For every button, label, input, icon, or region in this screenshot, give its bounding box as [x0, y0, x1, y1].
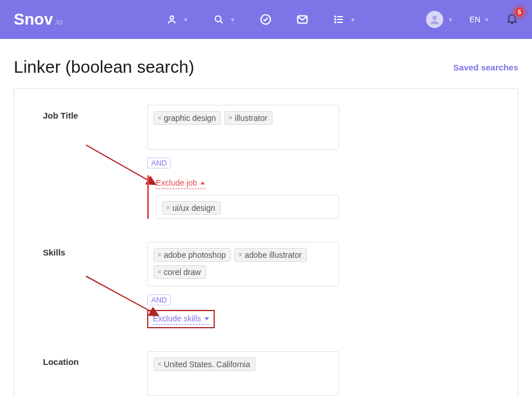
account-menu[interactable]: ▼	[426, 11, 454, 28]
exclude-job-input[interactable]: ×ui/ux design	[156, 195, 339, 219]
caret-down-icon	[204, 317, 209, 320]
nav-more[interactable]: ▼	[333, 13, 356, 26]
brand-logo[interactable]: Snov.io	[14, 10, 62, 29]
skills-input[interactable]: ×adobe photoshop×adobe illustrator×corel…	[147, 242, 339, 286]
skill-tag: ×corel draw	[153, 265, 206, 279]
notification-count-badge: 5	[515, 7, 524, 17]
annotation-highlight-box: Exclude skills	[147, 310, 215, 328]
skill-tag: ×adobe illustrator	[234, 248, 307, 262]
tag-text: ui/ux design	[172, 203, 215, 213]
job-title-label: Job Title	[43, 105, 147, 219]
tag-text: adobe illustrator	[245, 250, 302, 260]
tag-text: United States. California	[164, 360, 250, 369]
svg-point-10	[335, 22, 336, 23]
nav-search[interactable]: ▼	[212, 13, 235, 26]
header-right: ▼ EN ▼ 5	[426, 11, 518, 28]
exclude-skills-label: Exclude skills	[153, 314, 201, 323]
brand-name: Snov	[14, 10, 53, 29]
nav-campaigns[interactable]	[296, 13, 309, 26]
location-input[interactable]: ×United States. California	[147, 351, 339, 396]
row-job-title: Job Title ×graphic design×illustrator AN…	[14, 105, 518, 219]
tag-text: illustrator	[235, 113, 267, 123]
page-header: Linker (boolean search) Saved searches	[0, 39, 532, 88]
tag-text: corel draw	[164, 268, 201, 277]
and-badge: AND	[147, 158, 171, 168]
remove-tag-icon[interactable]: ×	[157, 360, 161, 368]
exclude-job-tag: ×ui/ux design	[162, 201, 220, 215]
remove-tag-icon[interactable]: ×	[157, 268, 161, 276]
job-title-input[interactable]: ×graphic design×illustrator	[147, 105, 339, 150]
svg-line-2	[220, 21, 223, 23]
exclude-job-toggle[interactable]: Exclude job	[156, 178, 205, 189]
language-switch[interactable]: EN ▼	[470, 15, 490, 24]
exclude-skills-toggle[interactable]: Exclude skills	[153, 314, 209, 325]
exclude-job-block: Exclude job ×ui/ux design	[147, 175, 339, 219]
row-location: Location ×United States. California	[14, 351, 518, 396]
saved-searches-link[interactable]: Saved searches	[454, 62, 518, 72]
and-badge: AND	[147, 294, 171, 305]
svg-point-0	[170, 16, 174, 19]
search-icon	[212, 13, 225, 26]
language-label: EN	[470, 15, 480, 24]
svg-point-9	[335, 19, 336, 20]
chevron-down-icon: ▼	[484, 17, 490, 23]
nav-verify[interactable]	[259, 13, 272, 26]
location-label: Location	[43, 351, 147, 396]
tag-text: adobe photoshop	[164, 250, 226, 260]
skills-label: Skills	[43, 242, 147, 328]
person-icon	[165, 13, 178, 26]
remove-tag-icon[interactable]: ×	[157, 114, 161, 122]
chevron-down-icon: ▼	[230, 17, 235, 23]
mail-icon	[296, 13, 309, 26]
nav-contacts[interactable]: ▼	[165, 13, 188, 26]
remove-tag-icon[interactable]: ×	[157, 251, 161, 259]
remove-tag-icon[interactable]: ×	[166, 204, 170, 212]
page-title: Linker (boolean search)	[14, 57, 194, 77]
avatar-icon	[426, 11, 443, 28]
location-tag: ×United States. California	[153, 357, 255, 371]
chevron-down-icon: ▼	[350, 17, 356, 23]
chevron-down-icon: ▼	[448, 17, 454, 23]
job-title-tag: ×graphic design	[153, 111, 221, 125]
svg-point-1	[215, 16, 221, 22]
svg-point-11	[432, 16, 436, 20]
chevron-down-icon: ▼	[183, 17, 188, 23]
remove-tag-icon[interactable]: ×	[228, 114, 232, 122]
notifications-button[interactable]: 5	[506, 12, 518, 27]
list-icon	[333, 13, 345, 26]
svg-point-8	[335, 16, 336, 17]
row-skills: Skills ×adobe photoshop×adobe illustrato…	[14, 242, 518, 328]
app-header: Snov.io ▼ ▼ ▼	[0, 0, 532, 39]
caret-up-icon	[200, 182, 205, 184]
check-circle-icon	[259, 13, 272, 26]
top-nav: ▼ ▼ ▼	[165, 13, 356, 26]
tag-text: graphic design	[164, 113, 216, 123]
brand-suffix: .io	[54, 17, 62, 26]
search-form-card: Job Title ×graphic design×illustrator AN…	[14, 88, 518, 397]
exclude-job-label: Exclude job	[156, 178, 197, 187]
job-title-tag: ×illustrator	[224, 111, 273, 125]
remove-tag-icon[interactable]: ×	[238, 251, 242, 259]
skill-tag: ×adobe photoshop	[153, 248, 231, 262]
